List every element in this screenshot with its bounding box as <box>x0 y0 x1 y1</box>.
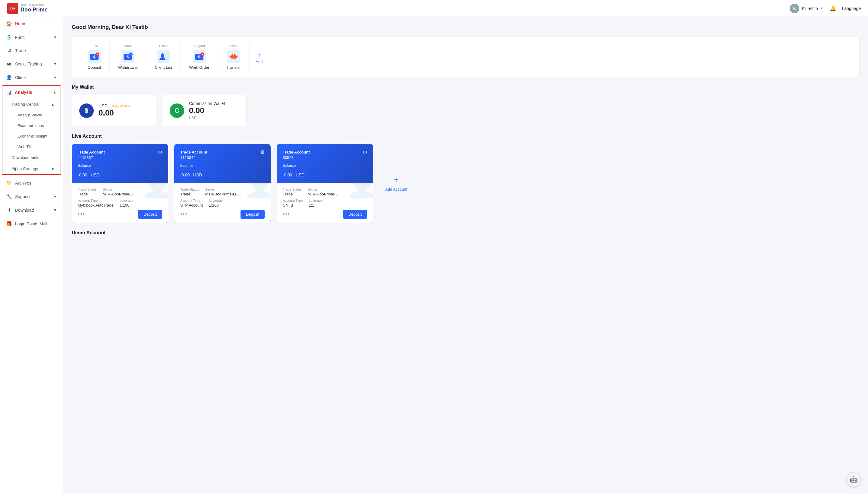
user-name: KI Testib <box>802 6 818 11</box>
wallet-info: USD (Main Wallet) 0.00 <box>99 103 130 118</box>
sidebar-item-login-points-mall[interactable]: 🎁 Login Points Mall <box>0 217 63 230</box>
chevron-down-icon: ▼ <box>53 62 57 66</box>
gear-icon[interactable]: ⚙ <box>260 149 264 155</box>
balance-label: Balance <box>283 164 367 168</box>
sidebar-item-label: Client <box>15 75 26 80</box>
qa-label: Fund <box>124 44 132 48</box>
wallet-amount: 0.00 <box>189 106 225 115</box>
usd-wallet-card: $ USD (Main Wallet) 0.00 <box>72 95 156 126</box>
more-options-icon[interactable]: ••• <box>283 211 290 217</box>
app-layout: 🏠 Home 💲 Fund ▼ 🖥 Trade 🏘 Social Trading… <box>0 17 868 248</box>
leverage-label: Leverage <box>120 199 134 202</box>
more-options-icon[interactable]: ••• <box>78 211 85 217</box>
sidebar-item-download[interactable]: ⬇ Download ▼ <box>0 203 63 217</box>
svg-text:$: $ <box>93 55 96 59</box>
quick-actions-bar: Fund $ + Deposit Fund $ <box>72 37 860 77</box>
add-account-button[interactable]: + Add Account <box>379 144 413 223</box>
transfer-icon-wrap <box>227 50 240 63</box>
wallet-row: $ USD (Main Wallet) 0.00 C Commission Wa… <box>72 95 860 126</box>
qa-label: Fund <box>91 44 98 48</box>
logo-text: Doo Prime <box>20 7 47 13</box>
trade-status-value: Trade <box>78 192 97 196</box>
card-number: 1115367 <box>78 155 105 160</box>
quick-action-add[interactable]: + Add <box>250 48 269 66</box>
qa-name: Transfer <box>226 65 241 70</box>
svg-text:+: + <box>96 53 98 56</box>
gear-icon[interactable]: ⚙ <box>363 149 367 155</box>
main-content: Good Morning, Dear KI Testib Fund $ + De… <box>63 17 868 248</box>
language-button[interactable]: Language <box>842 6 861 11</box>
card-bg-icon: 👤 <box>140 167 168 199</box>
app-header: DP Your Private Broker Doo Prime K KI Te… <box>0 0 868 17</box>
sidebar-item-label: Home <box>15 21 26 26</box>
sidebar: 🏠 Home 💲 Fund ▼ 🖥 Trade 🏘 Social Trading… <box>0 17 63 248</box>
sidebar-item-label: Support <box>15 194 30 199</box>
archives-icon: 📁 <box>6 180 12 186</box>
sidebar-item-web-tv[interactable]: Web TV <box>2 141 61 152</box>
card-number: 1113844 <box>180 155 208 160</box>
deposit-button[interactable]: Deposit <box>240 210 264 218</box>
quick-action-client-list[interactable]: Client Client List <box>146 42 180 72</box>
svg-text:−: − <box>130 53 132 56</box>
chevron-down-icon: ▼ <box>53 194 57 199</box>
add-account-icon: + <box>394 175 398 185</box>
sidebar-item-label: Social Trading <box>15 61 42 66</box>
sidebar-item-label: Download Indic... <box>12 155 43 160</box>
logo-icon: DP <box>7 3 18 14</box>
logo[interactable]: DP Your Private Broker Doo Prime <box>7 3 47 14</box>
chevron-down-icon: ▼ <box>53 208 57 212</box>
server-value: MT4-DooPrime-Li... <box>103 192 137 196</box>
sidebar-item-download-indic[interactable]: Download Indic... <box>2 152 61 163</box>
svg-point-10 <box>161 53 164 57</box>
sidebar-item-featured-ideas[interactable]: Featured Ideas <box>2 120 61 131</box>
gift-icon: 🎁 <box>6 221 12 227</box>
svg-text:+: + <box>201 53 203 56</box>
card-header: Trade Account 1113844 ⚙ <box>180 149 264 160</box>
quick-action-work-order[interactable]: Support $ + Work Order <box>180 42 218 72</box>
fund-icon: 💲 <box>6 34 12 40</box>
qa-name: Deposit <box>88 65 101 70</box>
sidebar-item-trade[interactable]: 🖥 Trade <box>0 44 63 57</box>
sidebar-item-label: Trading Central <box>12 102 39 107</box>
sidebar-item-fund[interactable]: 💲 Fund ▼ <box>0 31 63 44</box>
account-type-label: Account Type <box>78 199 114 202</box>
notification-bell-icon[interactable]: 🔔 <box>829 5 836 12</box>
download-icon: ⬇ <box>6 207 12 213</box>
user-info[interactable]: K KI Testib ▼ <box>790 4 823 13</box>
quick-action-transfer[interactable]: Fund Transfer <box>218 42 250 72</box>
sidebar-item-social-trading[interactable]: 🏘 Social Trading ▼ <box>0 57 63 71</box>
wallet-currency: USD <box>189 116 225 120</box>
avatar: K <box>790 4 799 13</box>
sidebar-item-label: Archives <box>15 180 31 186</box>
client-list-icon-wrap <box>157 50 170 63</box>
deposit-button[interactable]: Deposit <box>138 210 162 218</box>
account-type-value: Myfxbook AutoTrade <box>78 203 114 208</box>
wallet-type: Commission Wallet <box>189 101 225 106</box>
qa-name: Client List <box>155 65 172 70</box>
wallet-section-title: My Wallet <box>72 84 860 90</box>
card-title: Trade Account <box>180 149 208 155</box>
deposit-button[interactable]: Deposit <box>343 210 367 218</box>
add-account-label: Add Account <box>385 187 407 191</box>
sidebar-item-client[interactable]: 👤 Client ▼ <box>0 71 63 84</box>
sidebar-item-analyst-views[interactable]: Analyst Views <box>2 110 61 120</box>
usd-wallet-icon: $ <box>79 103 94 118</box>
sidebar-item-alpha-strategy[interactable]: Alpha Strategy ▼ <box>2 163 61 174</box>
svg-text:DP: DP <box>10 7 15 11</box>
more-options-icon[interactable]: ••• <box>180 211 188 217</box>
withdrawal-icon-wrap: $ − <box>121 50 134 63</box>
quick-action-withdrawal[interactable]: Fund $ − Withdrawal <box>110 42 146 72</box>
sidebar-item-economic-insight[interactable]: Economic Insight <box>2 131 61 141</box>
sidebar-item-home[interactable]: 🏠 Home <box>0 17 63 31</box>
sidebar-item-archives[interactable]: 📁 Archives <box>0 176 63 190</box>
chevron-up-icon: ▲ <box>51 102 55 107</box>
quick-action-deposit[interactable]: Fund $ + Deposit <box>79 42 110 72</box>
card-bg-icon: 👤 <box>243 167 271 199</box>
greeting-text: Good Morning, Dear KI Testib <box>72 24 860 31</box>
chevron-down-icon: ▼ <box>51 167 55 171</box>
gear-icon[interactable]: ⚙ <box>158 149 162 155</box>
sidebar-item-support[interactable]: 🔧 Support ▼ <box>0 190 63 203</box>
sidebar-item-trading-central[interactable]: Trading Central ▲ <box>2 99 61 110</box>
leverage-value: 1:100 <box>120 203 134 208</box>
sidebar-item-analysis[interactable]: 📊 Analysis ▲ <box>2 86 61 99</box>
